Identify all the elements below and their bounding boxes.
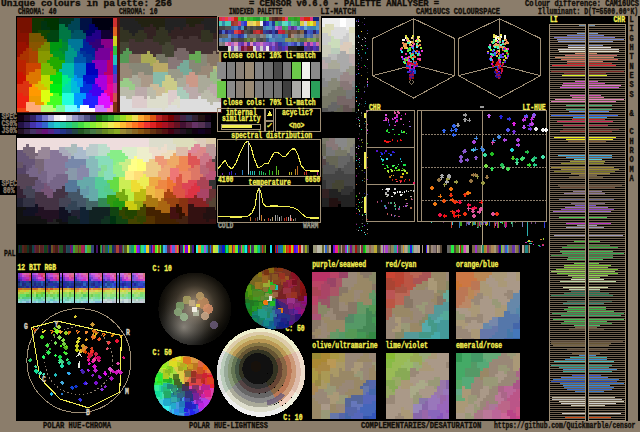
- svg-text:G: G: [24, 322, 28, 331]
- svg-text:R: R: [630, 146, 634, 155]
- svg-text:CHR: CHR: [369, 103, 381, 112]
- svg-text:INDEXED PALETTE: INDEXED PALETTE: [229, 7, 282, 16]
- svg-text:close cols: 10% li-match: close cols: 10% li-match: [223, 51, 315, 60]
- svg-text:similarity: similarity: [222, 114, 261, 123]
- svg-text:80%: 80%: [3, 186, 15, 195]
- svg-text:A: A: [630, 174, 634, 183]
- svg-text:olive/ultramarine: olive/ultramarine: [312, 341, 378, 350]
- svg-text:M: M: [125, 387, 129, 396]
- svg-text:S: S: [630, 90, 634, 99]
- svg-text:R: R: [126, 328, 130, 337]
- svg-text:JS0%: JS0%: [2, 126, 17, 135]
- svg-text:I: I: [630, 24, 634, 33]
- svg-text:emerald/rose: emerald/rose: [456, 341, 502, 350]
- svg-text:G: G: [630, 34, 634, 43]
- svg-text:B: B: [86, 408, 90, 417]
- svg-text:CHROMA: 10: CHROMA: 10: [119, 7, 158, 16]
- svg-text:4100: 4100: [218, 175, 233, 184]
- svg-text:COLD: COLD: [218, 221, 233, 230]
- svg-text:PAL: PAL: [4, 249, 16, 258]
- svg-text:C: 10: C: 10: [153, 264, 172, 273]
- svg-text:CAM16UCS COLOURSPACE: CAM16UCS COLOURSPACE: [416, 7, 500, 16]
- svg-text:LI-MATCH: LI-MATCH: [321, 7, 357, 16]
- svg-text:S: S: [630, 80, 634, 89]
- svg-text:L: L: [630, 15, 634, 24]
- svg-text:T: T: [630, 52, 634, 61]
- svg-text:POLAR HUE-LIGHTNESS: POLAR HUE-LIGHTNESS: [189, 421, 268, 430]
- svg-text:https://github.com/Quickmarble: https://github.com/Quickmarble/censor: [494, 421, 635, 430]
- svg-text:LI: LI: [550, 15, 558, 24]
- svg-text:6650: 6650: [305, 175, 320, 184]
- svg-text:CHROMA: 40: CHROMA: 40: [18, 7, 57, 16]
- svg-text:E: E: [630, 71, 634, 80]
- svg-text:✓: ✓: [267, 121, 273, 130]
- svg-text:COMPLEMENTARIES/DESATURATION: COMPLEMENTARIES/DESATURATION: [361, 421, 481, 430]
- svg-text:<no>: <no>: [289, 121, 304, 130]
- svg-text:C: 10: C: 10: [283, 413, 302, 422]
- svg-text:spectral distribution: spectral distribution: [231, 131, 312, 140]
- svg-text:O: O: [630, 155, 634, 164]
- svg-text:purple/seaweed: purple/seaweed: [312, 260, 366, 269]
- svg-text:POLAR HUE-CHROMA: POLAR HUE-CHROMA: [43, 421, 111, 430]
- svg-text:N: N: [630, 62, 634, 71]
- svg-text:C: C: [630, 127, 634, 136]
- svg-text:H: H: [630, 137, 634, 146]
- svg-text:M: M: [630, 165, 634, 174]
- svg-text:red/cyan: red/cyan: [386, 260, 417, 269]
- svg-text:WARM: WARM: [303, 221, 318, 230]
- svg-text:lime/violet: lime/violet: [386, 341, 428, 350]
- svg-text:C: 50: C: 50: [153, 348, 172, 357]
- svg-text:orange/blue: orange/blue: [456, 260, 498, 269]
- svg-text:H: H: [630, 43, 634, 52]
- svg-text:close cols: 70% li-match: close cols: 70% li-match: [223, 98, 315, 107]
- svg-text:&: &: [630, 109, 634, 118]
- svg-text:acyclic?: acyclic?: [282, 108, 313, 117]
- svg-text:CHR: CHR: [614, 15, 626, 24]
- svg-text:12 BIT RGB: 12 BIT RGB: [18, 263, 57, 272]
